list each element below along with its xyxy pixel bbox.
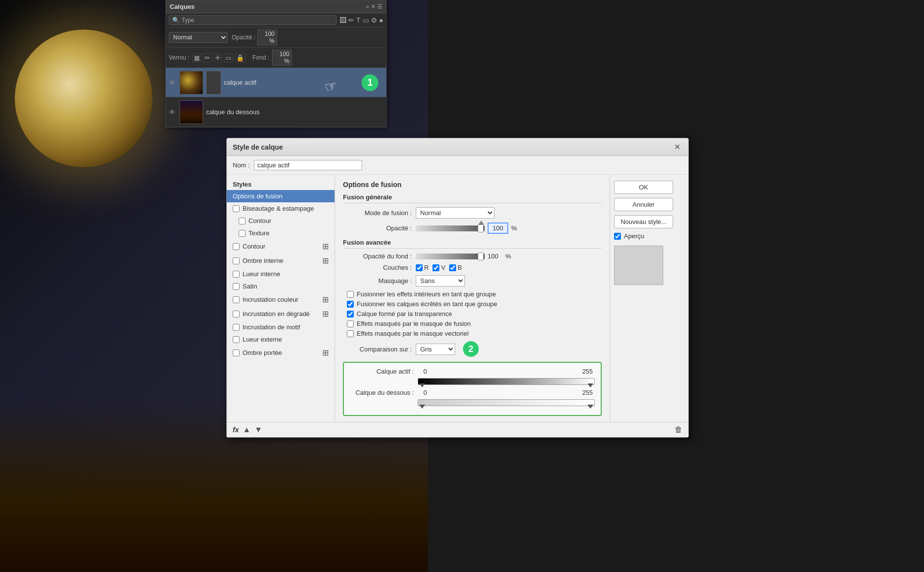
search-box[interactable]: 🔍 Type	[169, 15, 337, 25]
sidebar-item-contour-sub[interactable]: Contour	[227, 215, 335, 227]
blend-calque-dessous-min: 0	[418, 389, 432, 396]
checkbox-incrustation-couleur[interactable]	[233, 296, 240, 303]
new-style-button[interactable]: Nouveau style...	[614, 215, 673, 228]
sidebar-item-ombre-interne[interactable]: Ombre interne ⊞	[227, 254, 335, 268]
checkbox-ombre-interne[interactable]	[233, 257, 240, 264]
checkbox-biseautage[interactable]	[233, 205, 240, 212]
layer-item-2[interactable]: 👁 calque du dessous	[166, 97, 386, 127]
dot-filter-icon[interactable]: ●	[379, 16, 383, 24]
apercu-row: Aperçu	[614, 232, 684, 240]
layer-item-active[interactable]: 👁 calque actif 1 ☞	[166, 68, 386, 97]
paint-filter-icon[interactable]: ✏	[348, 16, 354, 24]
opacite-fond-slider[interactable]	[416, 254, 485, 259]
checkbox-ombre-portee[interactable]	[233, 350, 240, 356]
dialog-close-button[interactable]: ✕	[672, 142, 682, 152]
masquage-label: Masquage :	[343, 277, 412, 285]
dialog-name-input[interactable]	[254, 160, 362, 170]
sidebar-item-incrustation-motif[interactable]: Incrustation de motif	[227, 321, 335, 333]
sidebar-item-texture[interactable]: Texture	[227, 227, 335, 239]
add-incrustation-couleur-icon[interactable]: ⊞	[322, 295, 329, 304]
blend-slider-dessous[interactable]	[418, 399, 595, 406]
layer-visibility-icon-2[interactable]: 👁	[169, 108, 177, 116]
sidebar-item-biseautage[interactable]: Biseautage & estampage	[227, 202, 335, 215]
opacite-slider[interactable]	[416, 225, 485, 231]
opacite-slider-thumb[interactable]	[478, 224, 484, 232]
blend-mode-select[interactable]: Normal	[169, 32, 228, 43]
layers-panel-header: Calques « ✕ ☰	[166, 0, 386, 13]
lock-paint-icon[interactable]: ✏	[203, 53, 212, 63]
checkbox-r[interactable]	[416, 264, 423, 271]
layer-name-2: calque du dessous	[206, 108, 259, 116]
sidebar-item-incrustation-degrade[interactable]: Incrustation en dégradé ⊞	[227, 307, 335, 321]
checkbox-incrustation-motif[interactable]	[233, 324, 240, 331]
dialog-content: Options de fusion Fusion générale Mode d…	[335, 175, 610, 422]
blend-calque-actif-min: 0	[418, 368, 432, 375]
smart-filter-icon[interactable]: ⚙	[371, 16, 377, 24]
sidebar-item-lueur-interne[interactable]: Lueur interne	[227, 268, 335, 280]
add-ombre-interne-icon[interactable]: ⊞	[322, 256, 329, 265]
sidebar-item-options-fusion[interactable]: Options de fusion	[227, 190, 335, 202]
blend-calque-dessous-max: 255	[580, 389, 595, 396]
move-up-icon[interactable]: ▲	[243, 425, 250, 434]
layer-thumbnail-1	[180, 71, 203, 95]
layers-lock-row: Verrou : ▦ ✏ ✛ ▭ 🔒 Fond : 100 %	[166, 48, 386, 68]
image-filter-icon[interactable]: 🖼	[339, 16, 346, 24]
couche-v-label: V	[441, 264, 445, 271]
blend-thumb-dessous-right[interactable]	[587, 405, 593, 409]
checkbox-fusionner-ecretes[interactable]	[347, 301, 354, 308]
comparaison-select[interactable]: Gris	[416, 344, 455, 355]
move-down-icon[interactable]: ▼	[254, 425, 262, 434]
opacite-fond-slider-thumb[interactable]	[478, 253, 484, 260]
lock-transparent-icon[interactable]: ▦	[192, 53, 201, 63]
blend-thumb-dessous-left[interactable]	[419, 405, 425, 409]
blend-slider-actif[interactable]	[418, 378, 595, 385]
collapse-icon[interactable]: «	[366, 3, 369, 10]
delete-style-icon[interactable]: 🗑	[675, 425, 682, 434]
checkbox-contour-sub[interactable]	[239, 218, 246, 224]
mode-fusion-select[interactable]: Normal	[416, 207, 494, 219]
sidebar-item-satin[interactable]: Satin	[227, 280, 335, 292]
couche-v: V	[432, 264, 445, 271]
checkbox-effets-masque-vectoriel[interactable]	[347, 330, 354, 337]
cursor-hand: ☞	[323, 77, 339, 95]
checkbox-fusionner-interieurs[interactable]	[347, 291, 354, 298]
sidebar-label-ombre-portee: Ombre portée	[243, 349, 282, 356]
add-incrustation-degrade-icon[interactable]: ⊞	[322, 309, 329, 318]
blend-slider-actif-container	[350, 378, 595, 389]
layer-visibility-icon-1[interactable]: 👁	[169, 79, 177, 87]
cancel-button[interactable]: Annuler	[614, 198, 673, 211]
shape-filter-icon[interactable]: ▭	[363, 16, 369, 24]
checkbox-calque-transparence[interactable]	[347, 311, 354, 318]
sidebar-item-ombre-portee[interactable]: Ombre portée ⊞	[227, 346, 335, 360]
checkbox-v[interactable]	[432, 264, 439, 271]
lock-label: Verrou :	[169, 54, 189, 61]
checkbox-satin[interactable]	[233, 283, 240, 290]
add-ombre-portee-icon[interactable]: ⊞	[322, 348, 329, 357]
checkbox-incrustation-degrade[interactable]	[233, 311, 240, 318]
dialog-title: Style de calque	[233, 143, 283, 151]
close-icon[interactable]: ✕	[371, 3, 375, 10]
masquage-select[interactable]: Sans	[416, 275, 465, 286]
add-contour-icon[interactable]: ⊞	[322, 242, 329, 251]
apercu-checkbox[interactable]	[614, 233, 621, 240]
sidebar-item-contour[interactable]: Contour ⊞	[227, 239, 335, 254]
lock-move-icon[interactable]: ✛	[214, 53, 222, 63]
blend-thumb-actif-left[interactable]	[419, 383, 425, 387]
blend-thumb-actif-right[interactable]	[587, 383, 593, 387]
menu-icon[interactable]: ☰	[377, 3, 382, 10]
checkbox-effets-masque-fusion[interactable]	[347, 320, 354, 327]
lock-artboard-icon[interactable]: ▭	[224, 53, 233, 63]
sidebar-item-lueur-externe[interactable]: Lueur externe	[227, 333, 335, 346]
ok-button[interactable]: OK	[614, 181, 673, 194]
checkbox-contour[interactable]	[233, 243, 240, 250]
sidebar-item-incrustation-couleur[interactable]: Incrustation couleur ⊞	[227, 292, 335, 307]
checkbox-lueur-interne[interactable]	[233, 271, 240, 278]
opacite-value-input[interactable]	[488, 222, 508, 234]
checkbox-texture[interactable]	[239, 230, 246, 237]
text-filter-icon[interactable]: T	[356, 16, 361, 24]
checkbox-lueur-externe[interactable]	[233, 336, 240, 343]
lock-all-icon[interactable]: 🔒	[235, 53, 246, 63]
checkbox-b[interactable]	[449, 264, 456, 271]
opacite-percent: %	[511, 224, 517, 232]
sidebar-label-ombre-interne: Ombre interne	[243, 257, 283, 264]
